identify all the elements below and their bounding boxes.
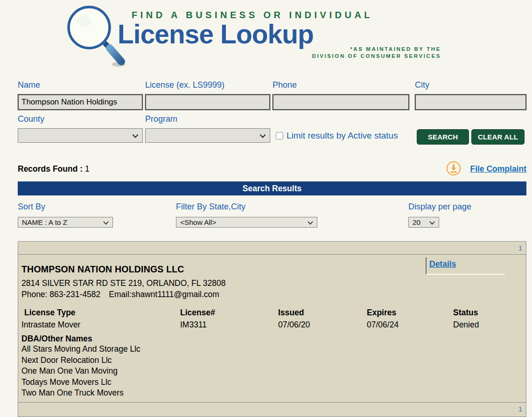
license-input[interactable] — [145, 94, 270, 110]
phone-field-group: Phone — [273, 80, 409, 110]
result-record: THOMPSON NATION HOLDINGS LLC Details 281… — [18, 255, 526, 399]
phone-input[interactable] — [273, 94, 409, 110]
name-field-group: Name — [18, 80, 143, 110]
cell-license-type: Intrastate Mover — [21, 319, 180, 330]
page-number-link[interactable]: 1 — [518, 405, 522, 413]
cell-status: Denied — [453, 319, 522, 330]
phone-label: Phone — [273, 80, 409, 90]
license-lookup-page: FIND A BUSINESS OR INDIVIDUAL License Lo… — [0, 0, 532, 417]
cell-expires: 07/06/24 — [367, 319, 453, 330]
program-select[interactable] — [145, 128, 270, 143]
county-select[interactable] — [18, 128, 143, 143]
city-field-group: City — [415, 80, 526, 110]
name-label: Name — [18, 80, 143, 90]
display-per-page-value: 20 — [413, 218, 420, 227]
records-found: Records Found : 1 — [18, 164, 90, 174]
display-per-page-label: Display per page — [408, 202, 471, 212]
program-field-group: Program — [145, 114, 270, 143]
download-icon[interactable] — [446, 161, 461, 176]
col-header-status: Status — [453, 306, 522, 319]
maintained-line2: DIVISION OF CONSUMER SERVICES — [312, 53, 441, 60]
col-header-license-type: License Type — [21, 306, 180, 319]
records-found-label: Records Found : — [18, 164, 83, 174]
business-contact: Phone: 863-231-4582Email:shawnt1111@gmai… — [21, 289, 522, 300]
license-field-group: License (ex. LS9999) — [145, 80, 270, 110]
dba-name-item: Two Man One Truck Movers — [21, 388, 522, 399]
details-cell: Details — [426, 257, 505, 275]
chevron-down-icon — [429, 218, 435, 227]
filter-state-city-select[interactable]: <Show All> — [176, 217, 317, 228]
dba-name-item: Todays Move Movers Llc — [21, 377, 522, 388]
program-label: Program — [145, 114, 270, 124]
maintained-line1: *AS MAINTAINED BY THE — [312, 46, 441, 53]
sort-by-select[interactable]: NAME : A to Z — [18, 217, 113, 228]
page-number-link[interactable]: 1 — [518, 244, 522, 252]
records-found-count: 1 — [85, 164, 90, 174]
chevron-down-icon — [259, 132, 266, 140]
filter-state-city-value: <Show All> — [180, 218, 217, 227]
dba-name-item: All Stars Moving And Storage Llc — [21, 344, 522, 355]
city-label: City — [415, 80, 526, 90]
city-input[interactable] — [415, 94, 526, 110]
county-label: County — [18, 114, 143, 124]
chevron-down-icon — [132, 132, 139, 140]
dba-names-label: DBA/Other Names — [21, 334, 522, 344]
sort-by-value: NAME : A to Z — [22, 218, 67, 227]
details-link[interactable]: Details — [429, 259, 456, 269]
business-email: Email:shawnt1111@gmail.com — [109, 290, 219, 299]
clear-all-button[interactable]: CLEAR ALL — [471, 129, 525, 145]
name-input[interactable] — [18, 94, 143, 110]
cell-issued: 07/06/20 — [278, 319, 367, 330]
col-header-expires: Expires — [367, 306, 453, 319]
sort-by-label: Sort By — [18, 202, 45, 212]
dba-name-item: Next Door Relocation Llc — [21, 355, 522, 366]
chevron-down-icon — [103, 218, 109, 227]
search-button[interactable]: SEARCH — [417, 129, 469, 145]
file-complaint-link[interactable]: File Complaint — [470, 164, 526, 174]
county-field-group: County — [18, 114, 143, 143]
license-label: License (ex. LS9999) — [145, 80, 270, 90]
business-address: 2814 SILVER STAR RD STE 219, ORLANDO, FL… — [21, 278, 522, 289]
cell-license-number: IM3311 — [180, 319, 278, 330]
col-header-license-number: License# — [180, 306, 278, 319]
chevron-down-icon — [308, 218, 313, 227]
pagination-top: 1 — [18, 242, 526, 255]
display-per-page-select[interactable]: 20 — [408, 217, 439, 228]
filter-state-city-label: Filter By State,City — [176, 202, 245, 212]
business-phone: Phone: 863-231-4582 — [21, 290, 100, 299]
page-title: License Lookup — [118, 19, 314, 49]
pagination-bottom: 1 — [18, 402, 526, 417]
license-table: License Type License# Issued Expires Sta… — [21, 306, 522, 330]
maintained-by-note: *AS MAINTAINED BY THE DIVISION OF CONSUM… — [312, 46, 441, 60]
col-header-issued: Issued — [278, 306, 367, 319]
active-status-filter: Limit results by Active status — [276, 131, 398, 141]
search-results-bar: Search Results — [18, 181, 526, 195]
dba-name-item: One Man One Van Moving — [21, 366, 522, 377]
active-status-label: Limit results by Active status — [287, 131, 398, 141]
results-panel: 1 THOMPSON NATION HOLDINGS LLC Details 2… — [18, 241, 526, 417]
active-status-checkbox[interactable] — [276, 132, 283, 139]
